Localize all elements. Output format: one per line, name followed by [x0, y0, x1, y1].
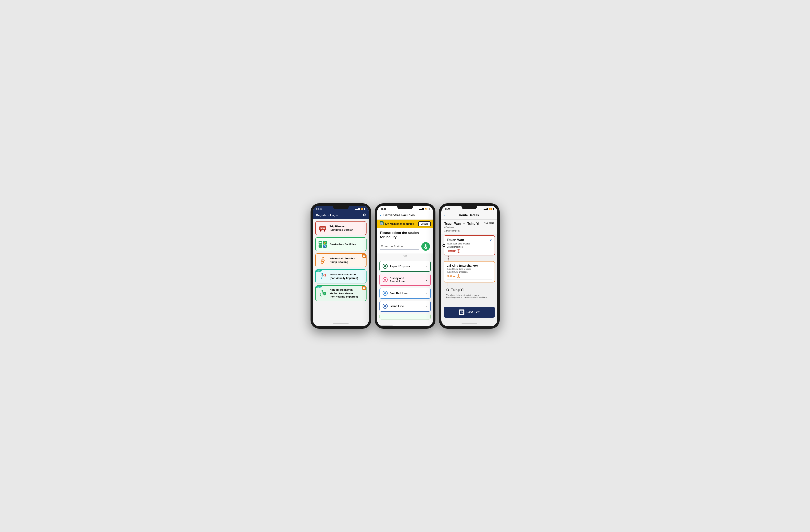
svg-rect-27 [425, 244, 426, 247]
barrier-free-title: Barrier-free Facilities [383, 213, 415, 217]
airport-dot [383, 264, 388, 269]
nonemergency-icon: ? [318, 289, 327, 297]
route-from: Tsuen Wan [444, 222, 461, 225]
svg-text:🚶: 🚶 [319, 245, 322, 247]
svg-point-16 [323, 257, 324, 258]
signal-icon-3: ▂▄▆ [484, 208, 488, 210]
lift-notice-icon: 🏢 [379, 221, 384, 226]
trip-planner-label: Trip Planner(Simplified Version) [330, 225, 354, 231]
svg-text:?: ? [324, 292, 325, 295]
back-button-3[interactable]: ‹ [444, 213, 446, 217]
svg-point-2 [320, 230, 322, 231]
top-bar-1: Register / Login ⚙ [313, 211, 369, 219]
disney-label: DisneylandResort Line [390, 277, 405, 283]
lai-king-platform: Platform ③ [447, 274, 478, 278]
fast-exit-button[interactable]: 出 Fast Exit [444, 307, 495, 318]
route-time: ~16 Mins [484, 222, 494, 224]
route-details-title: Route Details [448, 213, 490, 217]
home-bar-3 [441, 320, 497, 326]
airport-express-label: Airport Express [390, 264, 410, 268]
station-select-label: Please select the stationfor inquiry [377, 228, 433, 241]
settings-icon[interactable]: ⚙ [362, 213, 366, 217]
wifi-icon-1: 📶 [361, 208, 363, 210]
island-dot [383, 304, 388, 309]
station-card-lai-king[interactable]: Lai King (Interchange) Tung Chung Line t… [444, 261, 495, 283]
menu-item-trip-planner[interactable]: Trip Planner(Simplified Version) [315, 221, 367, 235]
nonemergency-label: Non-emergency In-station Assistance(For … [330, 288, 358, 299]
battery-icon-1: ▮ [364, 208, 366, 210]
assist-user-badge [362, 286, 366, 290]
time-2: 09:41 [380, 208, 386, 210]
svg-rect-1 [320, 226, 325, 227]
menu-item-barrier-free[interactable]: 👁 🦻 🚶 ♿ Barrier-free Facilities [315, 237, 367, 251]
route-stations: 6 Stations [444, 226, 479, 229]
top-bar-2: ‹ Barrier-free Facilities [377, 211, 433, 220]
island-chevron-icon: ∨ [425, 304, 427, 308]
microphone-button[interactable] [421, 242, 430, 251]
station-card-tsuen-wan[interactable]: Tsuen Wan Tsuen Wan Line towardsCentral … [444, 235, 495, 255]
lift-details-button[interactable]: Details [418, 221, 431, 226]
notch-2 [397, 206, 413, 209]
lift-notice-label: Lift Maintenance Notice [385, 222, 414, 225]
barrier-free-label: Barrier-free Facilities [330, 242, 356, 246]
line-item-disney[interactable]: DisneylandResort Line ∨ [379, 274, 431, 286]
svg-point-17 [321, 261, 323, 263]
menu-item-instation-nav[interactable]: BETA In-station Navigation(For Visually … [315, 269, 367, 284]
station-search-input[interactable] [380, 243, 419, 249]
svg-point-21 [363, 287, 364, 288]
menu-item-wheelchair[interactable]: Wheelchair PortableRamp Booking [315, 253, 367, 268]
svg-point-22 [322, 290, 323, 292]
fast-exit-icon: 出 [459, 309, 465, 315]
lift-notice: 🏢 Lift Maintenance Notice Details [377, 220, 433, 228]
tsuen-wan-subtext: Tsuen Wan Line towardsCentral Direction [447, 242, 470, 248]
station-input-row [377, 241, 433, 254]
menu-item-nonemergency[interactable]: BETA ? No [315, 285, 367, 301]
route-note: The above is the route with the fewestin… [444, 293, 495, 299]
tsuen-wan-name: Tsuen Wan [447, 238, 470, 242]
platform-circle-2: ② [457, 249, 460, 253]
home-bar-1 [313, 320, 369, 326]
svg-text:♿: ♿ [323, 244, 327, 248]
lai-king-name: Lai King (Interchange) [447, 264, 478, 267]
line-item-island[interactable]: Island Line ∨ [379, 301, 431, 312]
phone2-content: 🏢 Lift Maintenance Notice Details Please… [377, 220, 433, 323]
wheelchair-label: Wheelchair PortableRamp Booking [330, 257, 355, 264]
signal-icon-2: ▂▄▆ [419, 208, 424, 210]
line-item-airport[interactable]: Airport Express ∨ [379, 261, 431, 272]
track-orange [444, 283, 495, 286]
line-list: Airport Express ∨ DisneylandResort Line … [377, 259, 433, 321]
route-arrow-icon: → [462, 222, 466, 226]
time-1: 09:41 [317, 208, 322, 210]
east-rail-label: East Rail Line [390, 292, 408, 295]
east-chevron-icon: ∨ [425, 291, 427, 295]
back-button-2[interactable]: ‹ [380, 213, 382, 217]
wifi-icon-3: 📶 [489, 208, 492, 210]
svg-point-3 [324, 230, 325, 231]
assist-beta-badge: BETA [315, 286, 322, 288]
phone-2: 09:41 ▂▄▆ 📶 ▮ ‹ Barrier-free Facilities … [375, 203, 435, 329]
wifi-icon-2: 📶 [425, 208, 427, 210]
route-interchanges: 1 Interchange(s) [444, 229, 479, 233]
or-divider: OR [377, 254, 433, 259]
station-tsing-yi: Tsing Yi [444, 286, 495, 293]
svg-text:🏢: 🏢 [380, 222, 383, 225]
line-item-east-rail[interactable]: East Rail Line ∨ [379, 288, 431, 299]
nav-beta-badge: BETA [315, 270, 322, 272]
wheelchair-icon [318, 256, 327, 264]
island-line-label: Island Line [390, 305, 404, 308]
barrier-free-icon: 👁 🦻 🚶 ♿ [318, 240, 327, 248]
signal-icon-1: ▂▄▆ [355, 208, 360, 210]
east-dot [383, 291, 388, 296]
notch [333, 206, 349, 209]
tsuen-wan-chevron: ∨ [489, 238, 492, 242]
wheelchair-user-badge [362, 254, 366, 258]
home-bar-2 [377, 323, 433, 326]
tsuen-wan-platform: Platform ② [447, 249, 470, 253]
disney-dot [383, 277, 388, 282]
trip-planner-icon [318, 224, 327, 232]
battery-icon-2: ▮ [428, 208, 430, 210]
top-bar-3: ‹ Route Details [441, 211, 497, 220]
fast-exit-label: Fast Exit [466, 310, 480, 314]
line-item-partial[interactable] [379, 313, 431, 320]
time-3: 09:41 [445, 208, 450, 210]
